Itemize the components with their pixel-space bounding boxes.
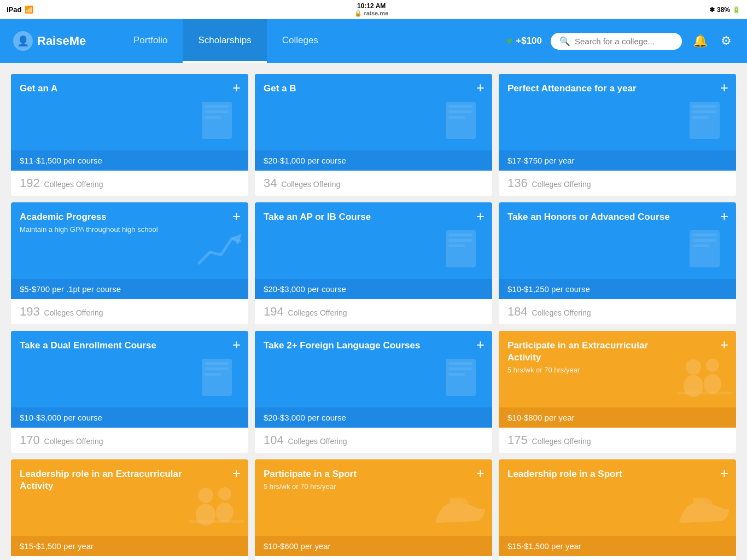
notification-icon[interactable]: 🔔 — [691, 32, 710, 50]
colleges-label: Colleges Offering — [281, 180, 340, 189]
card-subtitle: 5 hrs/wk or 70 hrs/year — [264, 482, 429, 491]
card-top: Perfect Attendance for a year + — [499, 74, 736, 150]
svg-rect-1 — [205, 105, 229, 108]
scholarship-card-ap-or-ib: Take an AP or IB Course + $20-$3,000 per… — [255, 202, 492, 324]
svg-rect-2 — [205, 110, 229, 113]
card-price: $20-$1,000 per course — [255, 150, 492, 171]
svg-rect-15 — [448, 244, 465, 247]
add-button[interactable]: + — [476, 80, 485, 95]
add-button[interactable]: + — [720, 337, 728, 352]
book-watermark-icon — [194, 96, 243, 148]
svg-point-36 — [216, 503, 234, 522]
card-title: Participate in an Extracurricular Activi… — [507, 340, 684, 364]
add-button[interactable]: + — [720, 209, 728, 223]
colleges-count: 170 — [20, 433, 40, 447]
card-top: Leadership role in an Extracurricular Ac… — [11, 459, 248, 536]
card-title: Perfect Attendance for a year — [507, 83, 684, 95]
card-subtitle: Maintain a high GPA throughout high scho… — [20, 225, 185, 234]
svg-rect-9 — [692, 105, 716, 108]
card-price: $5-$700 per .1pt per course — [11, 279, 248, 299]
scholarship-card-academic-progress: Academic Progress Maintain a high GPA th… — [11, 202, 248, 324]
card-title: Take 2+ Foreign Language Courses — [264, 340, 440, 352]
svg-rect-5 — [448, 105, 472, 108]
card-title: Academic Progress — [20, 211, 196, 223]
card-price: $11-$1,500 per course — [11, 150, 248, 171]
colleges-row: 184 Colleges Offering — [499, 299, 736, 324]
card-top: Take an AP or IB Course + — [255, 202, 492, 279]
card-top: Take 2+ Foreign Language Courses + — [255, 331, 492, 407]
scholarship-card-leadership-sport: Leadership role in a Sport + $15-$1,500 … — [499, 459, 736, 560]
settings-icon[interactable]: ⚙ — [719, 32, 734, 50]
brand[interactable]: 👤 RaiseMe — [13, 31, 101, 51]
colleges-row — [255, 556, 492, 560]
nav-portfolio[interactable]: Portfolio — [118, 19, 183, 63]
svg-rect-18 — [692, 239, 716, 242]
battery-label: 38% — [717, 6, 730, 14]
svg-rect-6 — [448, 110, 472, 113]
add-button[interactable]: + — [720, 466, 728, 480]
add-button[interactable]: + — [720, 80, 728, 95]
card-price: $20-$3,000 per course — [255, 279, 492, 299]
svg-rect-14 — [448, 239, 472, 242]
card-title: Take an Honors or Advanced Course — [507, 211, 684, 223]
add-button[interactable]: + — [232, 209, 241, 223]
search-bar[interactable]: 🔍 — [551, 33, 682, 50]
shoe-watermark-icon — [433, 493, 488, 533]
url-display: 🔒 raise.me — [354, 10, 388, 17]
colleges-label: Colleges Offering — [288, 308, 347, 317]
people-watermark-icon — [189, 482, 244, 533]
main-content: Get an A + $11-$1,500 per course 192 Col… — [0, 63, 747, 560]
book-watermark-icon — [681, 96, 731, 148]
bluetooth-icon: ✱ — [709, 6, 715, 14]
add-button[interactable]: + — [232, 466, 241, 480]
add-button[interactable]: + — [476, 209, 485, 223]
nav-colleges[interactable]: Colleges — [267, 19, 334, 63]
svg-rect-17 — [692, 234, 716, 236]
card-subtitle: 5 hrs/wk or 70 hrs/year — [507, 366, 673, 374]
card-price: $10-$600 per year — [255, 536, 492, 556]
colleges-count: 136 — [507, 176, 528, 190]
status-bar: iPad 📶 10:12 AM 🔒 raise.me ✱ 38% 🔋 — [0, 0, 747, 19]
colleges-count: 34 — [264, 176, 277, 190]
points-value: +$100 — [516, 36, 542, 46]
card-title: Leadership role in an Extracurricular Ac… — [20, 468, 196, 492]
card-top: Leadership role in a Sport + — [499, 459, 736, 536]
scholarship-card-participate-sport: Participate in a Sport 5 hrs/wk or 70 hr… — [255, 459, 492, 560]
add-button[interactable]: + — [476, 466, 485, 480]
device-label: iPad — [7, 5, 21, 14]
colleges-label: Colleges Offering — [44, 437, 103, 446]
card-price: $15-$1,500 per year — [499, 536, 736, 556]
card-top: Take an Honors or Advanced Course + — [499, 202, 736, 279]
add-button[interactable]: + — [476, 337, 485, 352]
wifi-icon: 📶 — [25, 5, 33, 14]
colleges-label: Colleges Offering — [532, 180, 591, 189]
book-watermark-icon — [681, 225, 731, 276]
card-title: Take an AP or IB Course — [264, 211, 440, 223]
add-button[interactable]: + — [232, 80, 241, 95]
colleges-count: 192 — [20, 176, 40, 190]
svg-rect-26 — [448, 368, 472, 370]
people-watermark-icon — [677, 353, 732, 405]
colleges-row: 175 Colleges Offering — [499, 428, 736, 453]
svg-point-33 — [198, 488, 213, 503]
svg-rect-23 — [205, 373, 221, 376]
card-top: Participate in an Extracurricular Activi… — [499, 331, 736, 407]
svg-rect-27 — [448, 373, 465, 376]
status-left: iPad 📶 — [7, 5, 33, 14]
svg-point-35 — [218, 487, 231, 500]
search-input[interactable] — [575, 37, 673, 46]
colleges-label: Colleges Offering — [288, 437, 347, 446]
book-watermark-icon — [437, 353, 487, 405]
card-top: Get an A + — [11, 74, 248, 150]
add-button[interactable]: + — [232, 337, 241, 352]
colleges-row: 170 Colleges Offering — [11, 428, 248, 453]
scholarship-card-get-an-a: Get an A + $11-$1,500 per course 192 Col… — [11, 74, 248, 196]
navbar: 👤 RaiseMe Portfolio Scholarships College… — [0, 19, 747, 63]
scholarship-card-perfect-attendance: Perfect Attendance for a year + $17-$750… — [499, 74, 736, 196]
card-price: $10-$800 per year — [499, 407, 736, 428]
colleges-count: 175 — [507, 433, 528, 447]
nav-scholarships[interactable]: Scholarships — [183, 19, 266, 63]
cards-grid: Get an A + $11-$1,500 per course 192 Col… — [11, 74, 736, 560]
svg-point-28 — [686, 359, 701, 375]
colleges-label: Colleges Offering — [532, 437, 591, 446]
